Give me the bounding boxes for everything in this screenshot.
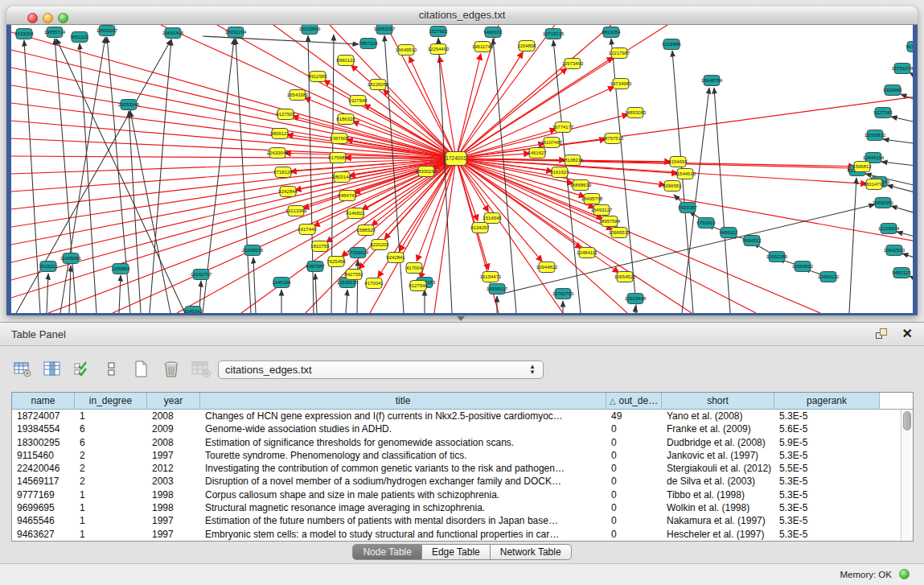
table-cell-short[interactable]: Yano et al. (2008) bbox=[662, 410, 774, 422]
table-cell-in_degree[interactable]: 1 bbox=[75, 528, 147, 541]
select-rows-icon[interactable] bbox=[71, 359, 92, 380]
table-cell-year[interactable]: 1997 bbox=[147, 528, 200, 541]
network-node[interactable]: 20691406 bbox=[162, 28, 184, 39]
network-node[interactable]: 8134257 bbox=[470, 223, 490, 233]
network-node[interactable]: 10944822 bbox=[536, 262, 558, 273]
network-node[interactable]: 10942503 bbox=[884, 245, 906, 256]
network-node[interactable]: 3915111 bbox=[39, 262, 58, 272]
network-node[interactable]: 20206536 bbox=[242, 245, 264, 256]
network-node[interactable]: 9450123 bbox=[892, 268, 911, 278]
table-cell-out_de[interactable]: 49 bbox=[606, 410, 662, 422]
network-node[interactable]: 9329966 bbox=[883, 85, 902, 96]
split-handle-icon[interactable] bbox=[457, 316, 465, 321]
network-node[interactable]: 9809121 bbox=[270, 129, 290, 139]
show-columns-icon[interactable] bbox=[41, 359, 63, 380]
network-node[interactable]: 19611745 bbox=[472, 42, 494, 52]
network-node[interactable]: 15751074 bbox=[892, 64, 913, 74]
network-node[interactable]: 8454743 bbox=[338, 191, 357, 201]
network-node[interactable]: 1514545 bbox=[483, 213, 502, 224]
table-cell-pagerank[interactable]: 5.3E-5 bbox=[774, 475, 880, 488]
tab-node-table[interactable]: Node Table bbox=[352, 544, 422, 560]
network-node[interactable]: 1527602 bbox=[429, 27, 448, 37]
network-node[interactable]: 12142757 bbox=[191, 270, 212, 280]
table-cell-title[interactable]: Genome-wide association studies in ADHD. bbox=[200, 422, 606, 435]
network-node[interactable]: 22420046 bbox=[267, 148, 289, 159]
network-node[interactable]: 12213369 bbox=[285, 206, 307, 216]
column-header-year[interactable]: year bbox=[147, 393, 200, 410]
network-node[interactable]: 14853083 bbox=[625, 108, 647, 118]
table-cell-short[interactable]: Jankovic et al. (1997) bbox=[662, 449, 774, 462]
network-node[interactable]: 8186328 bbox=[336, 114, 355, 125]
network-node[interactable]: 10553287 bbox=[97, 26, 118, 36]
table-cell-pagerank[interactable]: 5.9E-5 bbox=[774, 436, 880, 449]
table-cell-name[interactable]: 19384554 bbox=[12, 422, 75, 435]
network-node[interactable]: 12923448 bbox=[625, 294, 647, 304]
network-node[interactable]: 1617443 bbox=[298, 225, 317, 235]
table-cell-title[interactable]: Changes of HCN gene expression and I(f) … bbox=[200, 410, 606, 422]
network-node[interactable]: 7625456 bbox=[326, 257, 346, 267]
tab-edge-table[interactable]: Edge Table bbox=[422, 544, 491, 560]
column-header-out_de[interactable]: △out_de… bbox=[606, 393, 662, 410]
network-node[interactable]: 11435061 bbox=[60, 253, 82, 264]
row-height-icon[interactable] bbox=[101, 359, 122, 380]
table-cell-pagerank[interactable]: 5.5E-5 bbox=[774, 462, 880, 475]
network-node[interactable]: 8694512 bbox=[742, 236, 762, 246]
network-node[interactable]: 19055724 bbox=[44, 27, 66, 38]
network-node[interactable]: 1595813 bbox=[852, 162, 872, 172]
network-node[interactable]: 1145194 bbox=[273, 278, 292, 288]
table-cell-pagerank[interactable]: 5.3E-5 bbox=[774, 514, 880, 527]
network-node[interactable]: 18108216 bbox=[562, 155, 584, 166]
table-cell-in_degree[interactable]: 1 bbox=[75, 410, 147, 422]
table-cell-year[interactable]: 2008 bbox=[147, 410, 200, 422]
table-cell-name[interactable]: 9465546 bbox=[12, 514, 75, 527]
network-node[interactable]: 1156863 bbox=[112, 264, 131, 274]
table-cell-out_de[interactable]: 0 bbox=[606, 422, 662, 435]
column-header-pagerank[interactable]: pagerank bbox=[774, 393, 880, 410]
table-cell-name[interactable]: 9777169 bbox=[12, 488, 75, 501]
table-cell-in_degree[interactable]: 6 bbox=[75, 436, 147, 449]
network-node[interactable]: 12254493 bbox=[428, 44, 450, 55]
network-node[interactable]: 18300295 bbox=[416, 167, 437, 177]
network-node[interactable]: 9242844 bbox=[278, 187, 298, 197]
memory-ok-indicator-icon[interactable] bbox=[899, 569, 910, 579]
table-cell-in_degree[interactable]: 2 bbox=[75, 449, 147, 462]
network-node[interactable]: 8813054 bbox=[602, 27, 621, 38]
network-node[interactable]: 9175685 bbox=[328, 153, 347, 163]
network-node[interactable]: 8133024 bbox=[14, 29, 34, 39]
table-cell-short[interactable]: Stergiakouli et al. (2012) bbox=[662, 462, 774, 475]
table-cell-out_de[interactable]: 0 bbox=[606, 488, 662, 501]
table-row[interactable]: 1456911722003Disruption of a novel membe… bbox=[12, 475, 913, 488]
network-node[interactable]: 10973493 bbox=[562, 59, 584, 69]
network-node[interactable]: 10954502 bbox=[792, 262, 814, 272]
column-header-title[interactable]: title bbox=[200, 393, 606, 410]
table-cell-title[interactable]: Corpus callosum shape and size in male p… bbox=[200, 488, 606, 501]
table-cell-title[interactable]: Investigating the contribution of common… bbox=[200, 462, 606, 475]
table-cell-year[interactable]: 1998 bbox=[147, 488, 200, 501]
network-node[interactable]: 417004 bbox=[406, 263, 423, 274]
network-node[interactable]: 12103434 bbox=[878, 224, 900, 234]
table-cell-pagerank[interactable]: 5.3E-5 bbox=[774, 501, 880, 514]
network-node[interactable]: 9146821 bbox=[346, 208, 365, 219]
table-cell-pagerank[interactable]: 5.3E-5 bbox=[774, 528, 880, 541]
table-cell-name[interactable]: 9699695 bbox=[12, 501, 75, 514]
network-node[interactable]: 12450132 bbox=[818, 272, 840, 282]
network-node[interactable]: 16033809 bbox=[299, 25, 321, 35]
table-row[interactable]: 1872400712008Changes of HCN gene express… bbox=[12, 410, 913, 422]
network-node[interactable]: 9154693 bbox=[668, 157, 688, 167]
table-cell-in_degree[interactable]: 6 bbox=[75, 422, 147, 435]
network-node[interactable]: 9397587 bbox=[306, 262, 325, 272]
table-cell-short[interactable]: Nakamura et al. (1997) bbox=[662, 514, 774, 527]
network-node[interactable]: 16958107 bbox=[487, 284, 508, 295]
table-cell-pagerank[interactable]: 5.3E-5 bbox=[774, 410, 880, 422]
table-cell-year[interactable]: 2012 bbox=[147, 462, 200, 475]
network-node[interactable]: 4170041 bbox=[364, 278, 384, 289]
network-node[interactable]: 8919387 bbox=[678, 203, 697, 213]
table-row[interactable]: 977716911998Corpus callosum shape and si… bbox=[12, 488, 913, 501]
network-node[interactable]: 16774177 bbox=[552, 122, 574, 133]
network-node[interactable]: 10952186 bbox=[766, 252, 788, 262]
network-node[interactable]: 10653257 bbox=[374, 25, 396, 35]
table-cell-name[interactable]: 9463627 bbox=[12, 528, 75, 541]
network-node[interactable]: 16649510 bbox=[396, 45, 417, 56]
network-node[interactable]: 16154472 bbox=[480, 272, 502, 282]
network-node[interactable]: 1588520 bbox=[356, 225, 376, 236]
